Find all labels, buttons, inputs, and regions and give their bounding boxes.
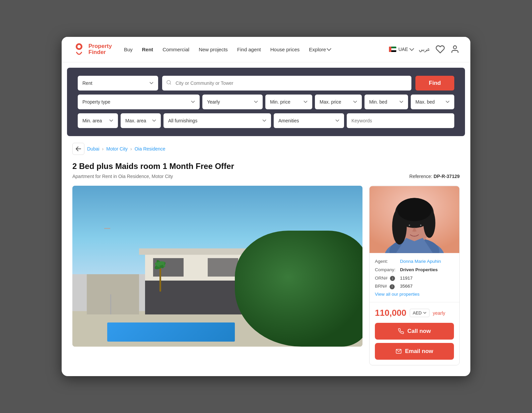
agent-details: Agent: Donna Marie Apuhin Company: Drive…	[370, 253, 459, 302]
search-section: Rent Find Property type Yearly Min	[67, 68, 465, 136]
breadcrumb-dubai[interactable]: Dubai	[87, 146, 99, 152]
main-content: Dubai › Motor City › Oia Residence 2 Bed…	[62, 136, 470, 376]
min-price-dropdown[interactable]: Min. price	[265, 95, 312, 109]
find-button[interactable]: Find	[415, 76, 454, 91]
nav-right: UAE عربي	[389, 45, 460, 54]
svg-point-20	[406, 224, 411, 227]
back-button[interactable]	[72, 143, 84, 155]
logo-text-line1: Property	[88, 43, 112, 50]
brn-value: 35667	[400, 283, 413, 290]
email-icon	[396, 348, 402, 354]
svg-point-2	[453, 46, 456, 49]
property-image	[72, 186, 362, 347]
max-price-dropdown[interactable]: Max. price	[315, 95, 362, 109]
property-type-dropdown[interactable]: Property type	[78, 95, 200, 109]
country-chevron-icon	[409, 46, 414, 51]
email-now-button[interactable]: Email now	[375, 343, 454, 360]
period-dropdown[interactable]: Yearly	[202, 95, 263, 109]
nav-find-agent[interactable]: Find agent	[237, 47, 261, 52]
svg-point-21	[418, 224, 422, 227]
svg-point-22	[409, 225, 410, 226]
listing-title: 2 Bed plus Maids room 1 Month Free Offer	[72, 162, 460, 171]
search-magnifier-icon	[166, 80, 172, 86]
country-label: UAE	[398, 47, 408, 52]
agent-name-row: Agent: Donna Marie Apuhin	[375, 258, 454, 265]
amenities-dropdown[interactable]: Amenities	[274, 113, 344, 128]
orn-info-icon[interactable]: i	[390, 276, 395, 281]
price-period: yearly	[433, 310, 445, 316]
svg-line-4	[170, 83, 171, 84]
agent-orn-row: ORN# i 11917	[375, 275, 454, 282]
navbar: Property Finder Buy Rent Commercial New …	[62, 37, 470, 62]
price-row: 110,000 AED yearly	[375, 308, 454, 318]
listing-main: Agent: Donna Marie Apuhin Company: Drive…	[72, 186, 460, 366]
agent-company: Driven Properties	[400, 267, 438, 273]
search-input-wrapper	[162, 76, 411, 91]
listing-subtitle-row: Apartment for Rent in Oia Residence, Mot…	[72, 174, 460, 179]
min-area-dropdown[interactable]: Min. area	[78, 113, 118, 128]
country-selector[interactable]: UAE	[389, 47, 413, 52]
max-bed-dropdown[interactable]: Max. bed	[411, 95, 454, 109]
agent-panel: Agent: Donna Marie Apuhin Company: Drive…	[369, 186, 460, 366]
agent-company-row: Company: Driven Properties	[375, 267, 454, 273]
breadcrumb: Dubai › Motor City › Oia Residence	[72, 143, 460, 155]
agent-photo	[370, 186, 459, 253]
listing-subtitle: Apartment for Rent in Oia Residence, Mot…	[72, 174, 173, 179]
search-row-3: Min. area Max. area All furnishings Amen…	[78, 113, 454, 128]
currency-dropdown[interactable]: AED	[410, 309, 429, 317]
arabic-toggle[interactable]: عربي	[419, 46, 430, 52]
svg-point-23	[420, 225, 421, 226]
search-row-2: Property type Yearly Min. price Max. pri…	[78, 95, 454, 109]
nav-house-prices[interactable]: House prices	[270, 47, 300, 52]
uae-flag-icon	[389, 47, 396, 52]
breadcrumb-oia-residence[interactable]: Oia Residence	[135, 146, 165, 152]
view-all-properties-link[interactable]: View all our properties	[375, 292, 454, 297]
min-bed-dropdown[interactable]: Min. bed	[364, 95, 408, 109]
breadcrumb-motor-city[interactable]: Motor City	[106, 146, 128, 152]
svg-rect-5	[159, 265, 161, 292]
agent-card: Agent: Donna Marie Apuhin Company: Drive…	[369, 186, 460, 366]
keywords-input[interactable]	[347, 113, 454, 128]
svg-point-19	[397, 198, 431, 221]
agent-photo-svg	[370, 186, 459, 253]
agent-name-link[interactable]: Donna Marie Apuhin	[400, 258, 441, 265]
brn-info-icon[interactable]: i	[390, 284, 395, 289]
max-area-dropdown[interactable]: Max. area	[121, 113, 161, 128]
breadcrumb-sep-2: ›	[130, 146, 132, 152]
listing-reference: Reference: DP-R-37129	[409, 174, 460, 179]
nav-buy[interactable]: Buy	[124, 47, 133, 52]
breadcrumb-sep-1: ›	[102, 146, 104, 152]
svg-point-3	[167, 80, 171, 84]
phone-icon	[398, 328, 404, 334]
nav-commercial[interactable]: Commercial	[162, 47, 189, 52]
nav-rent[interactable]: Rent	[142, 47, 153, 52]
nav-explore[interactable]: Explore	[309, 47, 331, 52]
call-now-button[interactable]: Call now	[375, 323, 454, 340]
logo-text-line2: Finder	[88, 49, 112, 56]
type-dropdown[interactable]: Rent	[78, 76, 158, 91]
logo[interactable]: Property Finder	[72, 42, 112, 57]
price-amount: 110,000	[375, 308, 406, 318]
agent-brn-row: BRN# i 35667	[375, 283, 454, 290]
search-row-1: Rent Find	[78, 76, 454, 91]
furnishings-dropdown[interactable]: All furnishings	[163, 113, 271, 128]
palm-tree-icon	[153, 258, 167, 298]
wishlist-heart-icon[interactable]	[436, 45, 445, 54]
user-account-icon[interactable]	[450, 45, 460, 54]
svg-point-1	[77, 45, 81, 48]
nav-links: Buy Rent Commercial New projects Find ag…	[124, 47, 389, 52]
nav-new-projects[interactable]: New projects	[199, 47, 228, 52]
city-search-input[interactable]	[162, 76, 411, 91]
property-photo	[72, 186, 362, 347]
orn-value: 11917	[400, 275, 413, 282]
price-section: 110,000 AED yearly Call now	[370, 302, 459, 365]
explore-chevron-icon	[327, 46, 331, 51]
